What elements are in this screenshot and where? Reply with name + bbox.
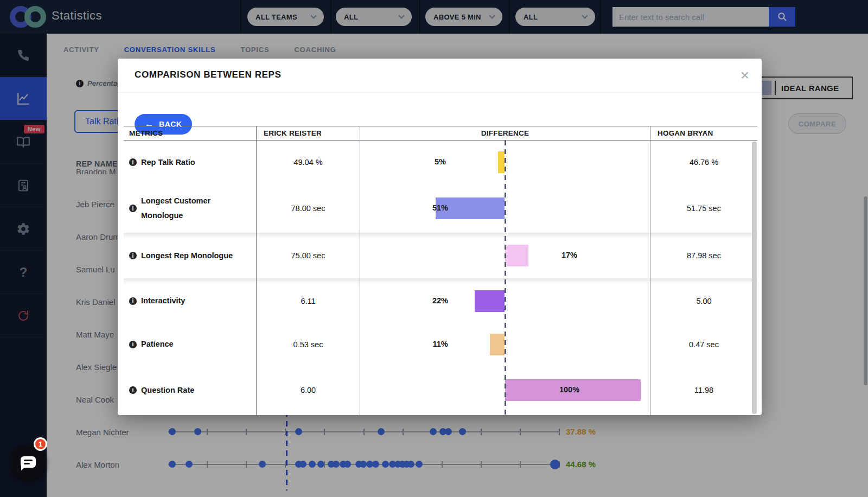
difference-bar bbox=[475, 290, 505, 312]
metric-label: Longest Customer Monologue bbox=[141, 194, 236, 223]
metric-cell: iInteractivity bbox=[124, 278, 256, 323]
left-rep-value: 6.00 bbox=[256, 365, 360, 415]
metric-label: Patience bbox=[141, 337, 174, 352]
difference-center-dashed-line bbox=[505, 141, 506, 415]
difference-percent-label: 11% bbox=[417, 340, 463, 348]
comparison-table-row: iLongest Customer Monologue78.00 sec51%5… bbox=[124, 184, 757, 233]
modal-title-divider bbox=[118, 92, 762, 93]
metric-label: Interactivity bbox=[141, 294, 185, 308]
right-rep-value: 51.75 sec bbox=[650, 184, 757, 233]
difference-percent-label: 51% bbox=[417, 203, 463, 212]
right-rep-value: 0.47 sec bbox=[650, 323, 757, 365]
difference-percent-label: 22% bbox=[417, 296, 463, 305]
close-icon[interactable]: × bbox=[736, 67, 754, 85]
comparison-table-row: iLongest Rep Monologue75.00 sec17%87.98 … bbox=[124, 233, 757, 278]
metric-cell: iRep Talk Ratio bbox=[124, 141, 256, 184]
metric-cell: iLongest Rep Monologue bbox=[124, 233, 256, 278]
right-rep-value: 87.98 sec bbox=[650, 233, 757, 278]
info-icon[interactable]: i bbox=[129, 386, 137, 394]
column-header-difference: DIFFERENCE bbox=[360, 126, 650, 140]
info-icon[interactable]: i bbox=[129, 341, 137, 348]
info-icon[interactable]: i bbox=[129, 252, 137, 259]
column-header-left-rep: ERICK REISTER bbox=[256, 126, 360, 140]
comparison-table-row: iPatience0.53 sec11%0.47 sec bbox=[124, 323, 757, 365]
left-rep-value: 0.53 sec bbox=[256, 323, 360, 365]
info-icon[interactable]: i bbox=[129, 205, 137, 212]
difference-bar bbox=[490, 334, 505, 355]
comparison-table-header: METRICS ERICK REISTER DIFFERENCE HOGAN B… bbox=[124, 126, 757, 141]
difference-percent-label: 17% bbox=[544, 251, 595, 259]
info-icon[interactable]: i bbox=[129, 158, 137, 166]
comparison-table-body: iRep Talk Ratio49.04 %5%46.76 %iLongest … bbox=[124, 141, 757, 415]
left-rep-value: 49.04 % bbox=[256, 141, 360, 184]
metric-cell: iLongest Customer Monologue bbox=[124, 184, 256, 233]
chat-bubble-icon bbox=[21, 456, 36, 468]
difference-percent-label: 100% bbox=[544, 385, 595, 394]
column-header-right-rep: HOGAN BRYAN bbox=[650, 126, 757, 140]
comparison-table-row: iRep Talk Ratio49.04 %5%46.76 % bbox=[124, 141, 757, 184]
comparison-table-row: iQuestion Rate6.00100%11.98 bbox=[124, 365, 757, 415]
page: ACTIVITY CONVERSATION SKILLS TOPICS COAC… bbox=[0, 0, 868, 497]
metric-label: Rep Talk Ratio bbox=[141, 155, 195, 170]
metric-cell: iPatience bbox=[124, 323, 256, 365]
comparison-table-row: iInteractivity6.1122%5.00 bbox=[124, 278, 757, 323]
column-header-metrics: METRICS bbox=[124, 126, 256, 140]
difference-bar bbox=[505, 245, 528, 266]
metric-cell: iQuestion Rate bbox=[124, 365, 256, 415]
metric-label: Longest Rep Monologue bbox=[141, 248, 233, 263]
right-rep-value: 11.98 bbox=[650, 365, 757, 415]
modal-title: COMPARISON BETWEEN REPS bbox=[135, 69, 281, 80]
left-rep-value: 75.00 sec bbox=[256, 233, 360, 278]
chat-notification-badge: 1 bbox=[34, 437, 47, 451]
modal-scrollbar[interactable] bbox=[752, 142, 757, 414]
difference-bar bbox=[498, 151, 505, 173]
info-icon[interactable]: i bbox=[129, 297, 137, 305]
left-rep-value: 78.00 sec bbox=[256, 184, 360, 233]
left-rep-value: 6.11 bbox=[256, 278, 360, 323]
difference-percent-label: 5% bbox=[417, 157, 463, 166]
metric-label: Question Rate bbox=[141, 383, 194, 398]
right-rep-value: 5.00 bbox=[650, 278, 757, 323]
right-rep-value: 46.76 % bbox=[650, 141, 757, 184]
comparison-modal: COMPARISON BETWEEN REPS × ← BACK METRICS… bbox=[118, 59, 762, 415]
